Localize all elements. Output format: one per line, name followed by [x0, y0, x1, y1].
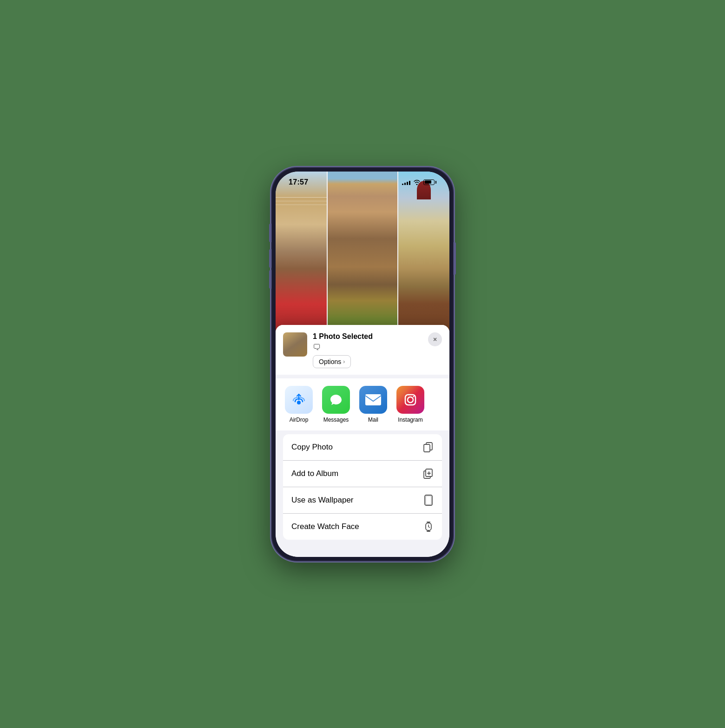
app-item-messages[interactable]: Messages [322, 386, 350, 423]
use-as-wallpaper-label: Use as Wallpaper [291, 496, 354, 505]
photo-right[interactable] [398, 172, 449, 348]
svg-line-18 [428, 527, 430, 528]
screen-content: 17:57 [276, 172, 449, 557]
copy-photo-action[interactable]: Copy Photo [283, 434, 442, 461]
app-item-instagram[interactable]: Instagram [396, 386, 424, 423]
apps-row: AirDrop Messages [276, 378, 449, 430]
airdrop-label: AirDrop [290, 417, 309, 423]
signal-icon [402, 179, 410, 185]
add-to-album-label: Add to Album [291, 469, 338, 478]
messages-icon [322, 386, 350, 414]
share-title: 1 Photo Selected [313, 332, 422, 341]
copy-photo-icon [422, 442, 434, 453]
action-list: Copy Photo Add to Album [283, 434, 442, 540]
battery-icon [423, 179, 436, 185]
svg-point-4 [408, 397, 413, 403]
options-chevron-icon: › [343, 358, 345, 365]
photo-strip: ✓ [276, 172, 449, 348]
status-icons [402, 179, 436, 185]
wifi-icon [413, 179, 421, 185]
svg-rect-2 [365, 394, 381, 405]
create-watch-face-label: Create Watch Face [291, 522, 359, 531]
share-sheet: 1 Photo Selected 🗨 Options › × [276, 325, 449, 557]
mail-label: Mail [368, 417, 378, 423]
phone-device: 17:57 [272, 168, 453, 561]
messages-label: Messages [323, 417, 349, 423]
instagram-label: Instagram [398, 417, 422, 423]
photo-center[interactable]: ✓ [328, 172, 397, 348]
add-to-album-action[interactable]: Add to Album [283, 461, 442, 487]
close-button[interactable]: × [428, 332, 442, 346]
caption-icon: 🗨 [313, 343, 422, 352]
share-header: 1 Photo Selected 🗨 Options › × [276, 325, 449, 375]
photo-left[interactable] [276, 172, 327, 348]
create-watch-face-action[interactable]: Create Watch Face [283, 514, 442, 540]
phone-screen: 17:57 [276, 172, 449, 557]
svg-point-5 [413, 396, 415, 397]
app-item-airdrop[interactable]: AirDrop [285, 386, 313, 423]
add-to-album-icon [422, 468, 434, 479]
close-icon: × [433, 336, 437, 343]
mail-icon [359, 386, 387, 414]
use-as-wallpaper-action[interactable]: Use as Wallpaper [283, 487, 442, 514]
share-thumbnail [283, 332, 307, 357]
options-button[interactable]: Options › [313, 355, 351, 368]
options-label: Options [319, 358, 341, 365]
app-item-mail[interactable]: Mail [359, 386, 387, 423]
svg-point-0 [297, 401, 301, 404]
svg-rect-7 [424, 444, 430, 452]
instagram-icon [396, 386, 424, 414]
create-watch-face-icon [423, 521, 434, 532]
use-as-wallpaper-icon [423, 495, 434, 506]
status-bar: 17:57 [276, 172, 449, 189]
svg-rect-13 [426, 496, 431, 504]
airdrop-icon [285, 386, 313, 414]
status-time: 17:57 [289, 178, 308, 186]
share-title-area: 1 Photo Selected 🗨 Options › [313, 332, 422, 368]
copy-photo-label: Copy Photo [291, 443, 333, 452]
